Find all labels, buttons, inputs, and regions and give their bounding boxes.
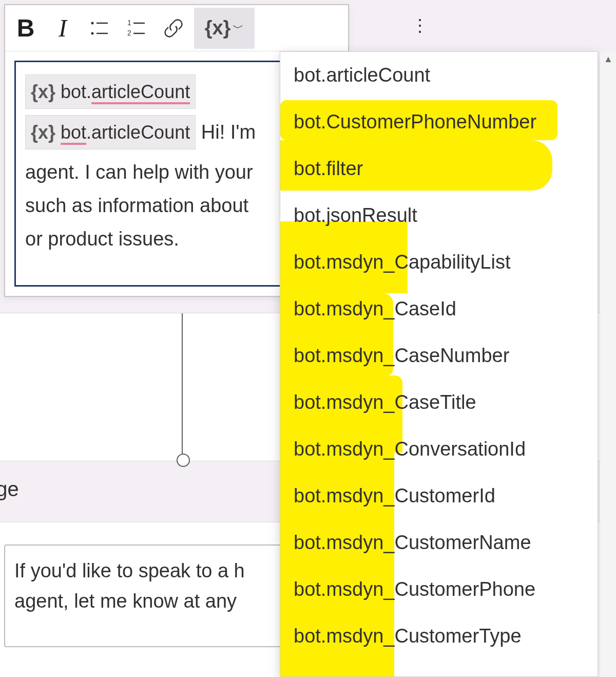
italic-button[interactable]: I <box>44 8 81 49</box>
bold-button[interactable]: B <box>7 8 44 49</box>
link-button[interactable] <box>155 8 192 49</box>
message-box[interactable]: If you'd like to speak to a h agent, let… <box>4 544 281 647</box>
italic-label: I <box>59 14 67 42</box>
more-icon: ⋮ <box>411 15 429 35</box>
bulleted-list-icon <box>89 18 110 39</box>
numbered-list-button[interactable]: 1 2 <box>118 8 155 49</box>
variable-dropdown: bot.articleCount bot.CustomerPhoneNumber… <box>280 51 598 677</box>
scroll-up-arrow-icon[interactable]: ▲ <box>600 51 616 67</box>
variable-chip[interactable]: {x} bot.articleCount <box>25 74 196 109</box>
variable-chip[interactable]: {x} bot.articleCount <box>25 115 196 149</box>
dropdown-scrollbar[interactable]: ▲ <box>600 51 616 677</box>
dropdown-item[interactable]: bot.filter <box>280 145 598 192</box>
chevron-down-icon: ﹀ <box>233 21 244 36</box>
dropdown-item[interactable]: bot.msdyn_CaseTitle <box>280 379 598 426</box>
section-label: age <box>0 478 19 501</box>
dropdown-item[interactable]: bot.CustomerPhoneNumber <box>280 99 598 145</box>
dropdown-item[interactable]: bot.msdyn_CapabilityList <box>280 239 598 286</box>
dropdown-item[interactable]: bot.msdyn_CustomerPhone <box>280 566 598 613</box>
dropdown-item[interactable]: bot.msdyn_CustomerName <box>280 519 598 566</box>
variable-chip-text: bot.articleCount <box>61 76 190 107</box>
bulleted-list-button[interactable] <box>81 8 118 49</box>
more-menu-button[interactable]: ⋮ <box>403 6 436 44</box>
message-line-2: agent, let me know at any <box>14 586 271 616</box>
svg-text:2: 2 <box>127 29 131 37</box>
link-icon <box>163 18 184 39</box>
variable-label: {x} <box>205 17 231 39</box>
dropdown-item[interactable]: bot.msdyn_CaseNumber <box>280 332 598 379</box>
dropdown-item[interactable]: bot.msdyn_ConversationId <box>280 426 598 473</box>
dropdown-item[interactable]: bot.msdyn_CustomerId <box>280 473 598 519</box>
svg-text:1: 1 <box>127 18 131 27</box>
editor-text: Hi! I'm <box>196 121 256 143</box>
svg-point-0 <box>91 22 94 24</box>
svg-point-2 <box>91 32 94 34</box>
variable-chip-text: bot.articleCount <box>61 117 190 148</box>
rich-text-toolbar: B I 1 2 {x} ﹀ <box>5 5 348 51</box>
node-connector <box>182 313 183 461</box>
variable-chip-icon: {x} <box>31 117 55 148</box>
variable-chip-icon: {x} <box>31 76 55 107</box>
dropdown-item[interactable]: bot.msdyn_CustomerType <box>280 613 598 660</box>
insert-variable-button[interactable]: {x} ﹀ <box>194 8 255 49</box>
bold-label: B <box>17 14 35 42</box>
dropdown-item[interactable]: bot.msdyn_CaseId <box>280 286 598 332</box>
dropdown-item[interactable]: bot.articleCount <box>280 52 598 99</box>
numbered-list-icon: 1 2 <box>126 18 147 39</box>
message-line-1: If you'd like to speak to a h <box>14 556 271 586</box>
dropdown-item[interactable]: bot.jsonResult <box>280 192 598 239</box>
